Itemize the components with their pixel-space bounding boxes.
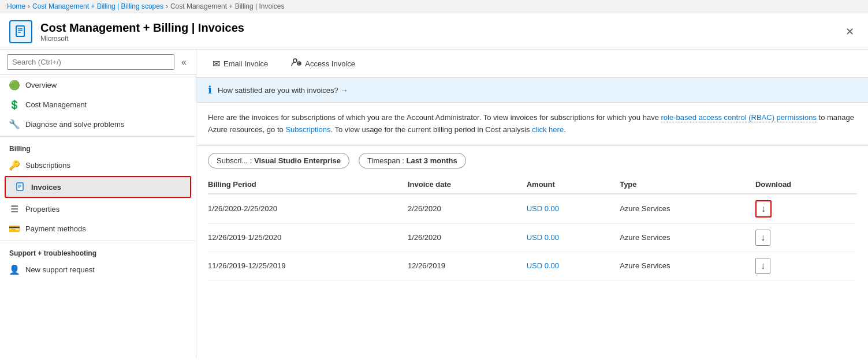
sidebar-label-properties: Properties — [25, 205, 59, 213]
cell-download: ↓ — [755, 194, 856, 224]
cell-type: Azure Services — [620, 223, 755, 252]
invoices-table: Billing Period Invoice date Amount Type … — [208, 175, 856, 280]
cell-invoice-date: 2/26/2020 — [408, 194, 527, 224]
payment-methods-icon: 💳 — [9, 223, 20, 234]
page-subtitle: Microsoft — [40, 35, 244, 43]
cell-amount[interactable]: USD 0.00 — [527, 194, 620, 224]
col-amount: Amount — [527, 175, 620, 194]
sidebar-item-subscriptions[interactable]: 🔑 Subscriptions — [0, 155, 196, 175]
download-button[interactable]: ↓ — [755, 258, 770, 274]
table-row: 12/26/2019-1/25/20201/26/2020USD 0.00Azu… — [208, 223, 856, 252]
cell-amount[interactable]: USD 0.00 — [527, 252, 620, 280]
description-text3: . To view usage for the current billing … — [330, 125, 532, 134]
support-section-label: Support + troubleshooting — [0, 243, 196, 260]
download-button[interactable]: ↓ — [755, 200, 772, 217]
sidebar-item-diagnose[interactable]: 🔧 Diagnose and solve problems — [0, 114, 196, 134]
info-icon: ℹ — [208, 84, 212, 96]
cell-download: ↓ — [755, 223, 856, 252]
cell-billing-period: 11/26/2019-12/25/2019 — [208, 252, 408, 280]
sidebar-label-payment-methods: Payment methods — [25, 224, 86, 233]
col-type: Type — [620, 175, 755, 194]
cell-type: Azure Services — [620, 194, 755, 224]
person-icon — [291, 58, 301, 69]
sidebar-item-payment-methods[interactable]: 💳 Payment methods — [0, 219, 196, 238]
cell-type: Azure Services — [620, 252, 755, 280]
invoices-table-container: Billing Period Invoice date Amount Type … — [196, 175, 868, 292]
sidebar-label-new-support: New support request — [25, 265, 95, 274]
access-invoice-label: Access Invoice — [305, 59, 355, 68]
billing-section-label: Billing — [0, 139, 196, 155]
invoices-icon — [15, 182, 25, 192]
table-row: 11/26/2019-12/25/201912/26/2019USD 0.00A… — [208, 252, 856, 280]
subscriptions-link[interactable]: Subscriptions — [285, 125, 330, 134]
cell-amount[interactable]: USD 0.00 — [527, 223, 620, 252]
email-invoice-label: Email Invoice — [223, 59, 268, 68]
sidebar-label-invoices: Invoices — [31, 183, 61, 192]
timespan-filter-label: Timespan — [367, 156, 400, 165]
subscription-filter[interactable]: Subscri... : Visual Studio Enterprise — [208, 153, 349, 168]
email-invoice-button[interactable]: ✉ Email Invoice — [208, 56, 273, 72]
cost-management-icon: 💲 — [9, 99, 20, 110]
filters: Subscri... : Visual Studio Enterprise Ti… — [196, 146, 868, 175]
click-here-link[interactable]: click here — [532, 125, 564, 134]
search-bar: « — [0, 50, 196, 75]
table-row: 1/26/2020-2/25/20202/26/2020USD 0.00Azur… — [208, 194, 856, 224]
cell-billing-period: 1/26/2020-2/25/2020 — [208, 194, 408, 224]
collapse-sidebar-button[interactable]: « — [179, 55, 189, 70]
description: Here are the invoices for subscriptions … — [196, 103, 868, 146]
page-title: Cost Management + Billing | Invoices — [40, 21, 244, 35]
content-area: ✉ Email Invoice Access Invoice ℹ — [196, 50, 868, 358]
title-bar: Cost Management + Billing | Invoices Mic… — [0, 13, 868, 50]
toolbar: ✉ Email Invoice Access Invoice — [196, 50, 868, 78]
breadcrumb: Home › Cost Management + Billing | Billi… — [0, 0, 868, 13]
info-text: How satisfied are you with invoices? → — [218, 86, 348, 95]
info-banner: ℹ How satisfied are you with invoices? → — [196, 78, 868, 103]
page-icon — [9, 20, 32, 43]
sidebar-item-properties[interactable]: ☰ Properties — [0, 199, 196, 219]
col-billing-period: Billing Period — [208, 175, 408, 194]
cell-invoice-date: 1/26/2020 — [408, 223, 527, 252]
rbac-link[interactable]: role-based access control (RBAC) permiss… — [661, 113, 816, 122]
col-download: Download — [755, 175, 856, 194]
breadcrumb-home[interactable]: Home — [7, 2, 25, 10]
cell-invoice-date: 12/26/2019 — [408, 252, 527, 280]
subscription-filter-label: Subscri... — [217, 156, 248, 165]
sidebar-item-new-support[interactable]: 👤 New support request — [0, 260, 196, 279]
col-invoice-date: Invoice date — [408, 175, 527, 194]
breadcrumb-billing[interactable]: Cost Management + Billing | Billing scop… — [32, 2, 163, 10]
main-layout: « 🟢 Overview 💲 Cost Management 🔧 Diagnos… — [0, 50, 868, 358]
sidebar-label-subscriptions: Subscriptions — [25, 161, 70, 170]
search-input[interactable] — [7, 54, 174, 70]
close-button[interactable]: ✕ — [841, 23, 859, 40]
subscription-filter-value: Visual Studio Enterprise — [254, 156, 341, 165]
sidebar-label-diagnose: Diagnose and solve problems — [25, 120, 124, 129]
access-invoice-button[interactable]: Access Invoice — [286, 55, 360, 72]
cell-billing-period: 12/26/2019-1/25/2020 — [208, 223, 408, 252]
breadcrumb-current: Cost Management + Billing | Invoices — [170, 2, 285, 10]
overview-icon: 🟢 — [9, 80, 20, 90]
diagnose-icon: 🔧 — [9, 119, 20, 129]
subscriptions-icon: 🔑 — [9, 160, 20, 170]
timespan-filter-value: Last 3 months — [407, 156, 457, 165]
properties-icon: ☰ — [9, 204, 20, 214]
email-icon: ✉ — [213, 58, 220, 69]
description-text4: . — [564, 125, 566, 134]
download-button[interactable]: ↓ — [755, 230, 770, 246]
timespan-filter[interactable]: Timespan : Last 3 months — [359, 153, 466, 168]
sidebar-item-invoices[interactable]: Invoices — [5, 176, 191, 198]
sidebar-label-cost-management: Cost Management — [25, 100, 87, 109]
new-support-icon: 👤 — [9, 264, 20, 275]
sidebar: « 🟢 Overview 💲 Cost Management 🔧 Diagnos… — [0, 50, 196, 358]
sidebar-label-overview: Overview — [25, 81, 57, 89]
svg-point-8 — [293, 59, 297, 62]
sidebar-item-cost-management[interactable]: 💲 Cost Management — [0, 95, 196, 114]
sidebar-item-overview[interactable]: 🟢 Overview — [0, 75, 196, 95]
cell-download: ↓ — [755, 252, 856, 280]
svg-rect-0 — [16, 26, 24, 36]
description-text1: Here are the invoices for subscriptions … — [208, 113, 661, 122]
